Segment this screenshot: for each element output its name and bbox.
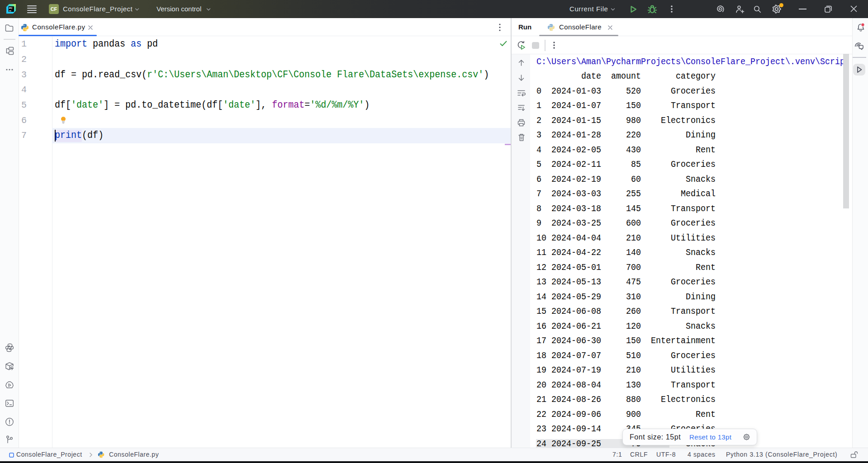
svg-text:PC: PC <box>9 6 13 9</box>
